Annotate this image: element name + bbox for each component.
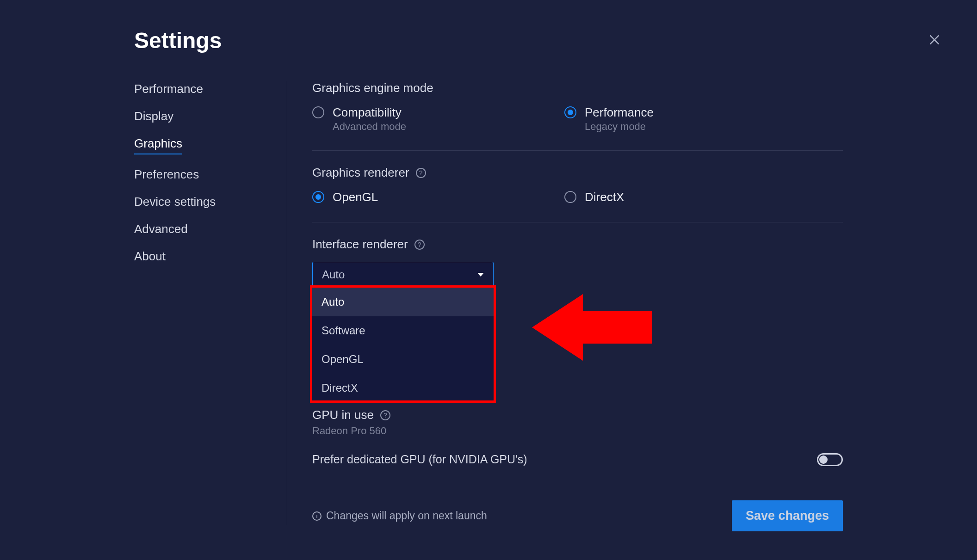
renderer-opengl[interactable]: OpenGL bbox=[312, 190, 564, 204]
dropdown-value: Auto bbox=[322, 268, 345, 281]
sidebar-item-device-settings[interactable]: Device settings bbox=[134, 195, 287, 209]
radio-icon[interactable] bbox=[312, 191, 324, 203]
radio-icon[interactable] bbox=[564, 106, 576, 118]
divider bbox=[312, 222, 843, 222]
graphics-renderer-label: Graphics renderer ? bbox=[312, 166, 843, 180]
page-title: Settings bbox=[134, 28, 843, 53]
gpu-value: Radeon Pro 560 bbox=[312, 425, 843, 437]
sidebar-item-preferences[interactable]: Preferences bbox=[134, 167, 287, 182]
radio-sublabel: Advanced mode bbox=[333, 121, 406, 133]
info-icon: i bbox=[312, 511, 322, 521]
sidebar-item-about[interactable]: About bbox=[134, 249, 287, 264]
sidebar-item-advanced[interactable]: Advanced bbox=[134, 222, 287, 236]
save-changes-button[interactable]: Save changes bbox=[732, 500, 843, 531]
sidebar-item-performance[interactable]: Performance bbox=[134, 82, 287, 96]
help-icon[interactable]: ? bbox=[414, 240, 425, 250]
radio-icon[interactable] bbox=[564, 191, 576, 203]
dropdown-option-directx[interactable]: DirectX bbox=[312, 374, 494, 402]
settings-panel: Graphics engine mode Compatibility Advan… bbox=[312, 78, 843, 531]
settings-sidebar: Performance Display Graphics Preferences… bbox=[134, 78, 287, 531]
apply-notice: i Changes will apply on next launch bbox=[312, 510, 487, 522]
interface-renderer-dropdown[interactable]: Auto bbox=[312, 262, 494, 288]
dropdown-option-opengl[interactable]: OpenGL bbox=[312, 345, 494, 374]
gpu-in-use-label: GPU in use ? bbox=[312, 408, 843, 422]
caret-down-icon bbox=[477, 273, 484, 277]
divider bbox=[312, 150, 843, 151]
interface-renderer-label: Interface renderer ? bbox=[312, 237, 843, 252]
help-icon[interactable]: ? bbox=[380, 410, 390, 420]
radio-label: OpenGL bbox=[333, 190, 378, 204]
dropdown-option-software[interactable]: Software bbox=[312, 316, 494, 345]
sidebar-item-display[interactable]: Display bbox=[134, 109, 287, 123]
radio-label: DirectX bbox=[585, 190, 624, 204]
dropdown-option-auto[interactable]: Auto bbox=[312, 288, 494, 316]
radio-label: Performance bbox=[585, 105, 654, 120]
vertical-divider bbox=[287, 81, 287, 525]
engine-mode-label: Graphics engine mode bbox=[312, 81, 843, 95]
renderer-directx[interactable]: DirectX bbox=[564, 190, 816, 204]
engine-mode-compatibility[interactable]: Compatibility Advanced mode bbox=[312, 105, 564, 133]
sidebar-item-graphics[interactable]: Graphics bbox=[134, 136, 182, 154]
help-icon[interactable]: ? bbox=[416, 168, 426, 178]
prefer-dedicated-gpu-toggle[interactable] bbox=[817, 453, 843, 466]
close-button[interactable] bbox=[928, 33, 941, 46]
engine-mode-performance[interactable]: Performance Legacy mode bbox=[564, 105, 816, 133]
radio-label: Compatibility bbox=[333, 105, 406, 120]
radio-sublabel: Legacy mode bbox=[585, 121, 654, 133]
prefer-dedicated-gpu-label: Prefer dedicated GPU (for NVIDIA GPU's) bbox=[312, 453, 527, 466]
radio-icon[interactable] bbox=[312, 106, 324, 118]
